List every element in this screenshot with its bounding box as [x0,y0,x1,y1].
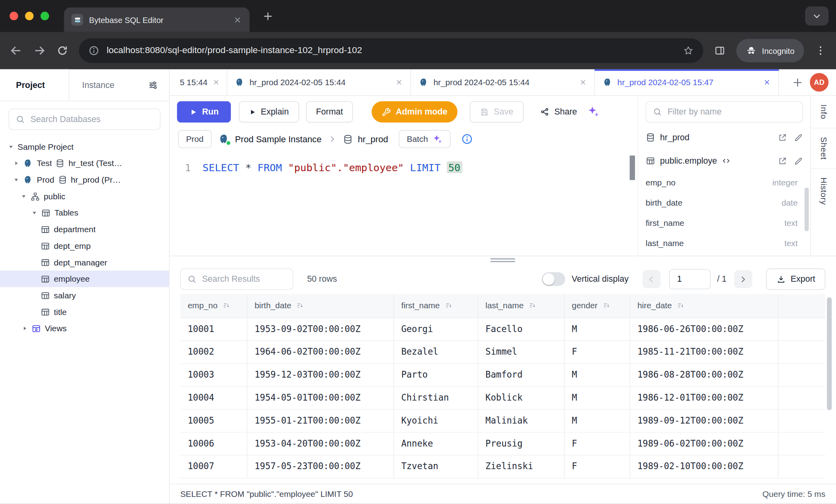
editor-scrollbar[interactable] [630,156,635,180]
browser-menu-icon[interactable] [815,45,826,57]
external-link-icon[interactable] [778,133,787,142]
caret-down-icon[interactable] [8,144,14,150]
database-search-input[interactable] [31,115,154,124]
sort-icon[interactable] [222,302,230,309]
tab-search-button[interactable] [805,6,828,25]
close-tab-icon[interactable] [233,15,242,24]
edit-pencil-icon[interactable] [794,157,803,166]
admin-mode-button[interactable]: Admin mode [372,101,457,122]
caret-right-icon[interactable] [13,160,19,166]
caret-down-icon[interactable] [31,210,37,216]
sort-icon[interactable] [677,302,685,309]
tree-item-table-employee[interactable]: employee [0,271,169,287]
minimize-window-button[interactable] [25,12,34,21]
sort-icon[interactable] [445,302,453,309]
tree-item-test-env[interactable]: Test hr_test (Test… [0,155,169,172]
tree-label: hr_test (Test… [69,158,122,168]
tab-history[interactable]: History [819,176,828,206]
environment-chip[interactable]: Prod [178,130,211,148]
database-search[interactable] [9,109,161,130]
browser-tab[interactable]: Bytebase SQL Editor [64,8,249,32]
format-button[interactable]: Format [306,101,353,122]
schema-database-row[interactable]: hr_prod [646,126,803,149]
reload-icon[interactable] [57,45,69,57]
caret-down-icon[interactable] [20,193,27,199]
batch-button[interactable]: Batch [399,130,451,148]
edit-pencil-icon[interactable] [794,133,803,142]
site-info-icon[interactable] [88,45,99,56]
tree-item-tables[interactable]: Tables [0,204,169,221]
tab-instance[interactable]: Instance [69,69,148,101]
info-icon[interactable] [461,133,473,145]
close-icon[interactable] [763,78,771,86]
results-search-input[interactable] [202,274,286,284]
code-icon[interactable] [722,157,731,165]
tree-item-views[interactable]: Views [0,320,169,337]
tree-item-schema-public[interactable]: public [0,188,169,205]
export-button[interactable]: Export [766,269,826,290]
ai-sparkles-icon[interactable] [587,105,600,118]
external-link-icon[interactable] [778,157,787,166]
close-window-button[interactable] [10,12,18,21]
sql-code-editor[interactable]: 1 SELECT * FROM "public"."employee" LIMI… [170,155,638,256]
bookmark-star-icon[interactable] [683,45,694,56]
close-icon[interactable] [212,78,220,86]
editor-tab-3[interactable]: hr_prod 2024-02-05 15:44 [411,69,595,95]
caret-down-icon[interactable] [13,177,19,183]
vertical-display-toggle[interactable] [542,272,565,286]
close-icon[interactable] [579,78,587,86]
instance-crumb[interactable]: Prod Sample Instance [218,133,322,145]
tree-item-project[interactable]: Sample Project [0,139,169,155]
column-header-hire-date[interactable]: hire_date [630,294,778,317]
zoom-window-button[interactable] [40,12,49,21]
column-header-birth-date[interactable]: birth_date [247,294,393,317]
next-page-button[interactable] [734,270,752,288]
sort-icon[interactable] [296,302,304,309]
url-bar[interactable]: localhost:8080/sql-editor/prod-sample-in… [79,38,703,63]
avatar[interactable]: AD [810,73,828,92]
page-number-input[interactable] [670,269,710,288]
tab-project[interactable]: Project [0,69,69,101]
run-button[interactable]: Run [177,101,231,122]
tree-item-table-dept-emp[interactable]: dept_emp [0,238,169,254]
column-header-emp-no[interactable]: emp_no [180,294,247,317]
editor-tab-2[interactable]: hr_prod 2024-02-05 15:44 [227,69,411,95]
close-icon[interactable] [395,78,403,86]
editor-tab-4-active[interactable]: hr_prod 2024-02-05 15:47 [595,69,779,95]
column-header-last-name[interactable]: last_name [478,294,564,317]
tab-info[interactable]: Info [819,103,828,120]
database-crumb[interactable]: hr_prod [343,134,388,144]
column-type: integer [772,178,798,187]
tree-item-table-department[interactable]: department [0,221,169,238]
prev-page-button[interactable] [642,270,661,288]
share-button[interactable]: Share [537,101,580,122]
caret-right-icon[interactable] [21,325,28,331]
schema-table-row[interactable]: public.employe [646,149,803,172]
sort-icon[interactable] [528,302,536,309]
results-scrollbar[interactable] [827,297,832,410]
schema-scrollbar[interactable] [805,187,809,231]
forward-icon[interactable] [33,44,46,57]
save-button[interactable]: Save [470,101,523,122]
schema-filter[interactable] [646,101,803,122]
page-number-field[interactable] [669,269,711,289]
column-header-first-name[interactable]: first_name [393,294,477,317]
tree-settings-button[interactable] [148,69,169,101]
side-panel-icon[interactable] [714,45,726,57]
explain-button[interactable]: Explain [239,101,299,122]
back-icon[interactable] [10,44,22,57]
tree-item-table-title[interactable]: title [0,304,169,320]
sort-icon[interactable] [602,302,610,309]
tree-item-prod-env[interactable]: Prod hr_prod (Pr… [0,172,169,188]
editor-tab-1[interactable]: 5 15:44 [170,69,227,95]
tab-sheet[interactable]: Sheet [819,136,828,161]
tree-item-table-dept-manager[interactable]: dept_manager [0,254,169,271]
results-search[interactable] [180,269,293,290]
column-header-gender[interactable]: gender [564,294,629,317]
tree-item-table-salary[interactable]: salary [0,287,169,304]
new-sheet-icon[interactable] [792,76,803,88]
splitter-handle[interactable] [491,258,515,262]
pane-splitter[interactable] [170,256,836,264]
new-tab-icon[interactable] [262,10,273,21]
schema-filter-input[interactable] [667,107,796,116]
